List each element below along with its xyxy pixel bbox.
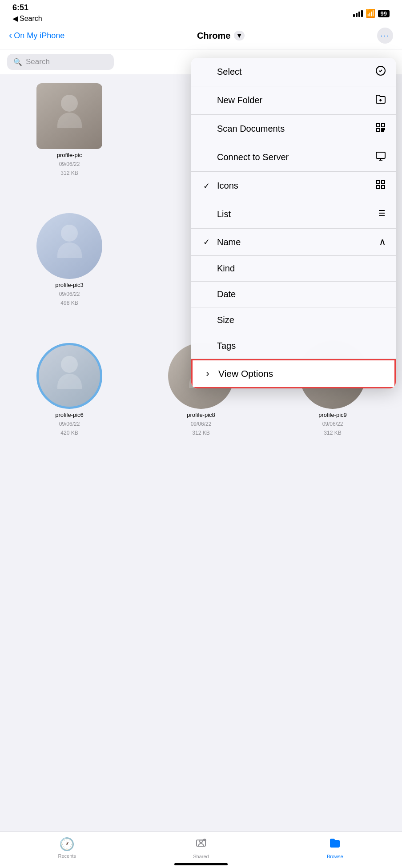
wifi-icon: 📶 xyxy=(366,8,375,18)
status-icons: 📶 99 xyxy=(353,8,390,18)
new-folder-label: New Folder xyxy=(217,95,262,105)
file-thumbnail xyxy=(36,213,102,279)
file-thumbnail xyxy=(36,343,102,409)
signal-icon xyxy=(353,10,363,17)
status-time: 6:51 xyxy=(12,3,42,12)
file-thumbnail xyxy=(36,83,102,149)
search-bar[interactable]: 🔍 Search xyxy=(7,54,114,70)
battery-icon: 99 xyxy=(378,10,390,17)
file-size: 312 KB xyxy=(324,430,341,436)
svg-point-20 xyxy=(200,840,202,843)
file-name: profile-pic3 xyxy=(55,282,84,288)
dropdown-item-date[interactable]: ✓ Date xyxy=(191,282,396,307)
scan-icon xyxy=(375,122,386,135)
view-options-chevron: › xyxy=(202,368,213,379)
file-size: 420 KB xyxy=(60,430,78,436)
date-sort-label: Date xyxy=(217,289,236,299)
svg-rect-9 xyxy=(377,181,380,184)
nav-title-dropdown[interactable]: ▾ xyxy=(234,31,245,40)
nav-bar: ‹ On My iPhone Chrome ▾ ··· xyxy=(0,24,402,49)
dropdown-item-kind[interactable]: ✓ Kind xyxy=(191,256,396,282)
chevron-left-icon: ◀ xyxy=(12,14,18,23)
icons-label: Icons xyxy=(217,181,238,191)
file-name: profile-pic6 xyxy=(55,412,84,418)
file-date: 09/06/22 xyxy=(59,161,80,167)
file-date: 09/06/22 xyxy=(191,421,212,427)
svg-rect-5 xyxy=(377,129,380,132)
file-name: profile-pic8 xyxy=(187,412,215,418)
list-view-icon xyxy=(375,208,386,221)
list-item[interactable]: profile-pic6 09/06/22 420 KB xyxy=(7,343,132,466)
search-placeholder: Search xyxy=(26,57,50,66)
nav-back-button[interactable]: ‹ On My iPhone xyxy=(9,30,64,41)
dropdown-sort-section: ✓ Name ∧ ✓ Kind ✓ Date ✓ Size xyxy=(191,229,396,359)
recents-icon: 🕐 xyxy=(59,837,75,852)
name-sort-label: Name xyxy=(217,237,241,247)
dropdown-item-new-folder[interactable]: ✓ New Folder xyxy=(191,86,396,115)
file-name: profile-pic9 xyxy=(318,412,347,418)
list-item[interactable]: profile-pic3 09/06/22 498 KB xyxy=(7,213,132,336)
bottom-tab-bar: 🕐 Recents Shared Browse xyxy=(0,832,402,868)
svg-rect-10 xyxy=(382,181,385,184)
tab-browse[interactable]: Browse xyxy=(317,836,353,859)
dropdown-item-view-options[interactable]: › View Options xyxy=(191,359,396,388)
browse-label: Browse xyxy=(327,854,343,859)
dropdown-item-name[interactable]: ✓ Name ∧ xyxy=(191,229,396,256)
icons-view-icon xyxy=(375,179,386,192)
connect-label: Connect to Server xyxy=(217,152,289,162)
svg-rect-4 xyxy=(382,124,385,127)
dropdown-item-select[interactable]: ✓ Select xyxy=(191,58,396,86)
tags-sort-label: Tags xyxy=(217,341,236,351)
select-label: Select xyxy=(217,67,242,77)
select-icon xyxy=(375,65,386,78)
name-sort-icon: ∧ xyxy=(379,236,386,248)
dropdown-menu: ✓ Select ✓ New Folder xyxy=(191,58,396,388)
file-date: 09/06/22 xyxy=(59,421,80,427)
recents-label: Recents xyxy=(58,853,76,859)
shared-label: Shared xyxy=(193,854,209,859)
file-size: 312 KB xyxy=(60,170,78,176)
home-indicator xyxy=(174,863,228,865)
dropdown-view-section: ✓ Icons ✓ List xyxy=(191,172,396,229)
shared-icon xyxy=(195,836,207,852)
status-bar: 6:51 ◀ Search 📶 99 xyxy=(0,0,402,24)
more-button[interactable]: ··· xyxy=(377,28,393,44)
connect-icon xyxy=(375,151,386,164)
dropdown-item-list[interactable]: ✓ List xyxy=(191,200,396,228)
svg-rect-3 xyxy=(377,124,380,127)
list-item[interactable]: profile-pic 09/06/22 312 KB xyxy=(7,83,132,206)
svg-rect-12 xyxy=(382,186,385,189)
browse-icon xyxy=(329,836,341,852)
file-size: 498 KB xyxy=(60,300,78,306)
file-size: 312 KB xyxy=(192,430,209,436)
dropdown-item-icons[interactable]: ✓ Icons xyxy=(191,172,396,200)
tab-shared[interactable]: Shared xyxy=(183,836,219,859)
scan-label: Scan Documents xyxy=(217,124,285,134)
size-sort-label: Size xyxy=(217,315,234,325)
dropdown-item-size[interactable]: ✓ Size xyxy=(191,307,396,333)
view-options-label: View Options xyxy=(218,368,273,379)
dropdown-item-connect[interactable]: ✓ Connect to Server xyxy=(191,143,396,171)
dropdown-item-scan[interactable]: ✓ Scan Documents xyxy=(191,115,396,143)
icons-check: ✓ xyxy=(201,181,212,191)
nav-title: Chrome ▾ xyxy=(197,31,245,41)
chevron-left-nav-icon: ‹ xyxy=(9,30,12,41)
tab-recents[interactable]: 🕐 Recents xyxy=(49,837,85,859)
name-check: ✓ xyxy=(201,237,212,247)
nav-back-label: On My iPhone xyxy=(14,31,64,40)
dropdown-actions-section: ✓ Select ✓ New Folder xyxy=(191,58,396,172)
file-date: 09/06/22 xyxy=(59,291,80,297)
dropdown-item-tags[interactable]: ✓ Tags xyxy=(191,333,396,359)
file-name: profile-pic xyxy=(57,152,82,158)
svg-rect-6 xyxy=(376,152,385,158)
back-search[interactable]: ◀ Search xyxy=(12,13,42,24)
search-icon: 🔍 xyxy=(13,58,22,66)
list-label: List xyxy=(217,209,231,219)
kind-sort-label: Kind xyxy=(217,263,235,274)
file-date: 09/06/22 xyxy=(322,421,343,427)
more-icon: ··· xyxy=(380,32,390,40)
svg-rect-11 xyxy=(377,186,380,189)
new-folder-icon xyxy=(375,94,386,107)
